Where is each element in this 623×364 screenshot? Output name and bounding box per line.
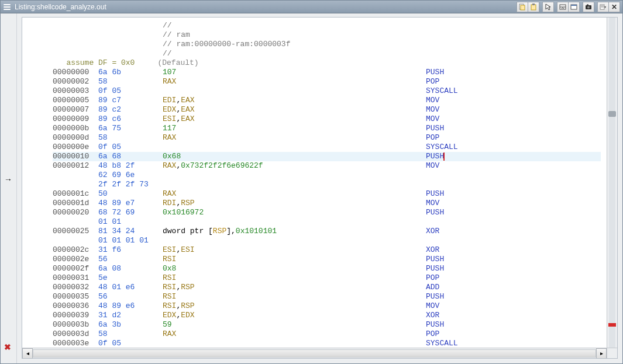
content-area: → ✖ //// ram// ram:00000000-ram:0000003f… (1, 13, 622, 363)
paste-icon[interactable] (528, 2, 539, 12)
left-gutter: → ✖ (1, 13, 17, 363)
close-icon[interactable]: ✕ (608, 2, 620, 12)
titlebar[interactable]: Listing: shellcode_analyze.out ✕ (1, 1, 622, 13)
svg-rect-10 (587, 4, 588, 5)
scroll-left-icon[interactable]: ◂ (22, 348, 33, 359)
snapshot-icon[interactable] (568, 2, 580, 12)
title-prefix: Listing: (15, 3, 37, 11)
svg-rect-2 (531, 5, 536, 10)
overview-thumb[interactable] (608, 111, 616, 117)
disassembly-body[interactable]: //// ram// ram:00000000-ram:0000003f// a… (22, 18, 607, 348)
hscroll-track[interactable] (33, 349, 596, 358)
titlebar-actions: ✕ (517, 2, 620, 12)
listing-viewport[interactable]: //// ram// ram:00000000-ram:0000003f// a… (22, 17, 618, 359)
overview-ruler[interactable] (607, 18, 617, 348)
scroll-right-icon[interactable]: ▸ (596, 348, 607, 359)
listing-panel: Listing: shellcode_analyze.out ✕ → ✖ ///… (0, 0, 623, 364)
menu-icon[interactable] (597, 2, 609, 12)
listing-wrap: //// ram// ram:00000000-ram:0000003f// a… (17, 13, 622, 363)
camera-icon[interactable] (583, 2, 594, 12)
svg-point-9 (587, 6, 590, 8)
error-marker-icon: ✖ (4, 342, 11, 352)
svg-rect-3 (532, 4, 535, 5)
arrow-marker-icon: → (4, 175, 12, 184)
svg-rect-7 (571, 5, 577, 6)
svg-rect-1 (521, 5, 525, 10)
title-filename: shellcode_analyze.out (37, 3, 106, 11)
panel-toggle-icon[interactable] (557, 2, 569, 12)
overview-error-mark (608, 323, 616, 327)
copy-icon[interactable] (517, 2, 528, 12)
cursor-icon[interactable] (542, 2, 554, 12)
hscroll-thumb[interactable] (33, 350, 596, 357)
horizontal-scrollbar[interactable]: ◂ ▸ (22, 348, 607, 358)
listing-icon (3, 3, 11, 11)
scroll-corner (607, 348, 617, 358)
